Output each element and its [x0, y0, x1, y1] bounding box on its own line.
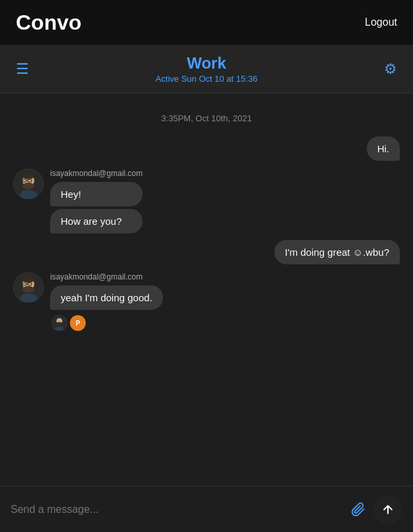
bubble-received-1a: Hey!	[50, 182, 143, 206]
channel-title-area: Work Active Sun Oct 10 at 15:36	[29, 54, 384, 84]
svg-point-18	[57, 322, 63, 326]
received-message-group-2: isayakmondal@gmail.com yeah I'm doing go…	[13, 272, 400, 331]
channel-active-status: Active Sun Oct 10 at 15:36	[29, 74, 384, 84]
timestamp-divider: 3:35PM, Oct 10th, 2021	[13, 113, 400, 123]
svg-point-13	[22, 286, 34, 293]
channel-header: ☰ Work Active Sun Oct 10 at 15:36 ⚙	[0, 45, 413, 94]
reaction-avatar-1	[51, 315, 67, 331]
avatar-1	[13, 169, 44, 199]
received-message-group-1: isayakmondal@gmail.com Hey! How are you?	[13, 169, 400, 233]
svg-point-7	[22, 173, 34, 179]
input-bar	[0, 486, 413, 532]
attach-button[interactable]	[351, 502, 365, 517]
reaction-avatar-2: P	[70, 315, 86, 331]
sender-email-1: isayakmondal@gmail.com	[50, 169, 143, 178]
bubble-sent-2: I'm doing great ☺.wbu?	[274, 240, 400, 264]
received-content-2: isayakmondal@gmail.com yeah I'm doing go…	[50, 272, 163, 331]
bubble-received-2a: yeah I'm doing good.	[50, 285, 163, 310]
app-title: Convo	[16, 11, 82, 35]
bubble-received-1b: How are you?	[50, 209, 143, 233]
settings-icon[interactable]: ⚙	[384, 61, 397, 78]
sender-email-2: isayakmondal@gmail.com	[50, 272, 163, 281]
send-button[interactable]	[373, 495, 402, 524]
logout-button[interactable]: Logout	[365, 16, 397, 28]
sent-message-2: I'm doing great ☺.wbu?	[13, 240, 400, 264]
top-nav: Convo Logout	[0, 0, 413, 45]
messages-area: 3:35PM, Oct 10th, 2021 Hi.	[0, 94, 413, 486]
bubble-sent: Hi.	[367, 136, 400, 161]
hamburger-icon[interactable]: ☰	[16, 62, 29, 76]
svg-point-15	[22, 276, 34, 283]
reaction-avatars: P	[51, 315, 163, 331]
sent-message-1: Hi.	[13, 136, 400, 161]
received-content-1: isayakmondal@gmail.com Hey! How are you?	[50, 169, 143, 233]
avatar-2	[13, 272, 44, 303]
message-input[interactable]	[11, 504, 343, 516]
channel-name: Work	[29, 54, 384, 73]
svg-point-5	[22, 183, 34, 189]
